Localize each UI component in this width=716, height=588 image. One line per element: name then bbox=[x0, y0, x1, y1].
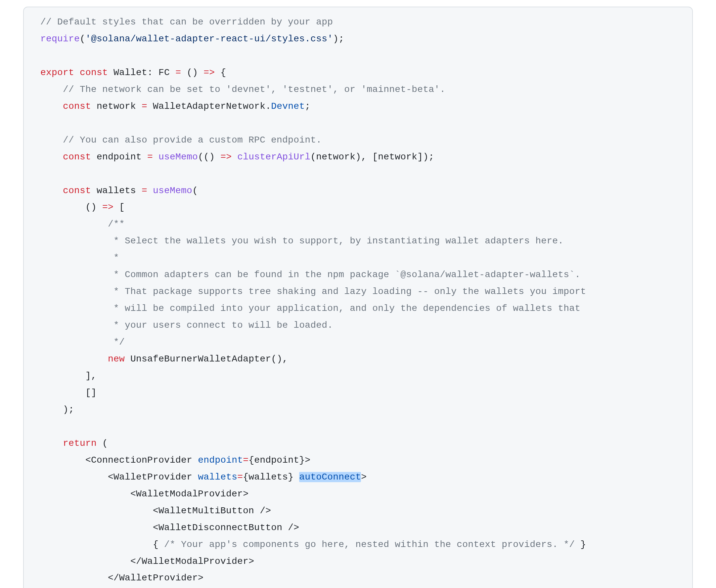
code-token: < bbox=[85, 455, 91, 465]
code-token: ( bbox=[192, 186, 198, 196]
code-token bbox=[125, 354, 130, 364]
code-token: ( bbox=[97, 438, 108, 448]
code-token: => bbox=[220, 152, 232, 162]
code-token: WalletAdapterNetwork bbox=[147, 101, 265, 111]
code-indent bbox=[40, 472, 108, 482]
code-comment: // Default styles that can be overridden… bbox=[40, 17, 333, 27]
code-indent bbox=[40, 539, 153, 550]
code-token: ( bbox=[80, 34, 85, 44]
code-keyword: const bbox=[63, 152, 91, 162]
code-indent bbox=[40, 101, 63, 111]
code-token: { bbox=[215, 67, 226, 78]
code-token: FC bbox=[153, 67, 176, 78]
code-indent bbox=[40, 489, 130, 499]
code-token: {wallets} bbox=[243, 472, 293, 482]
code-token: require bbox=[40, 34, 80, 44]
code-token: = bbox=[176, 67, 181, 78]
code-token: {endpoint} bbox=[248, 455, 305, 465]
selected-text: autoConnect bbox=[299, 472, 361, 482]
code-indent bbox=[40, 455, 85, 465]
code-comment: * bbox=[114, 253, 119, 263]
code-token: () bbox=[181, 67, 204, 78]
code-indent bbox=[40, 320, 114, 330]
code-token: wallets bbox=[91, 186, 142, 196]
code-token: UnsafeBurnerWalletAdapter bbox=[130, 354, 271, 364]
code-token: < bbox=[153, 506, 159, 516]
code-token: Wallet bbox=[108, 67, 147, 78]
code-scroll-region[interactable]: // Default styles that can be overridden… bbox=[24, 7, 692, 588]
code-keyword: const bbox=[63, 186, 91, 196]
code-token: . bbox=[265, 101, 271, 111]
code-token: ; bbox=[305, 101, 310, 111]
code-token: (), bbox=[271, 354, 288, 364]
code-block-card: // Default styles that can be overridden… bbox=[23, 7, 693, 588]
code-indent bbox=[40, 219, 108, 229]
code-token: endpoint bbox=[91, 152, 147, 162]
code-token: < bbox=[108, 472, 114, 482]
code-token bbox=[147, 186, 153, 196]
code-content[interactable]: // Default styles that can be overridden… bbox=[24, 7, 692, 588]
code-indent bbox=[40, 270, 114, 280]
code-token: /> bbox=[260, 506, 271, 516]
code-token: [] bbox=[85, 387, 97, 398]
code-token: network bbox=[91, 101, 142, 111]
code-token: = bbox=[142, 186, 147, 196]
code-token: WalletModalProvider bbox=[136, 489, 243, 499]
code-indent bbox=[40, 387, 85, 398]
code-indent bbox=[40, 303, 114, 314]
code-token: = bbox=[237, 472, 243, 482]
code-indent bbox=[40, 135, 63, 145]
code-token: WalletModalProvider bbox=[142, 556, 248, 567]
code-indent bbox=[40, 236, 114, 246]
code-indent bbox=[40, 371, 85, 381]
code-comment: /** bbox=[108, 219, 125, 229]
code-token: wallets bbox=[198, 472, 237, 482]
code-token: (() bbox=[198, 152, 220, 162]
page-container: // Default styles that can be overridden… bbox=[0, 0, 716, 588]
code-token: > bbox=[198, 573, 204, 583]
code-token: { bbox=[153, 539, 164, 550]
code-token bbox=[282, 523, 288, 533]
code-token bbox=[232, 152, 237, 162]
code-comment: // You can also provide a custom RPC end… bbox=[63, 135, 322, 145]
code-token: = bbox=[142, 101, 147, 111]
code-token: = bbox=[147, 152, 153, 162]
code-token bbox=[74, 67, 80, 78]
code-token: => bbox=[204, 67, 215, 78]
code-token: WalletDisconnectButton bbox=[159, 523, 282, 533]
code-string: '@solana/wallet-adapter-react-ui/styles.… bbox=[85, 34, 333, 44]
code-comment: * That package supports tree shaking and… bbox=[114, 287, 586, 297]
code-token: < bbox=[153, 523, 159, 533]
code-indent bbox=[40, 438, 63, 448]
code-token: WalletProvider bbox=[119, 573, 198, 583]
code-keyword: const bbox=[63, 101, 91, 111]
code-token bbox=[192, 472, 198, 482]
code-indent bbox=[40, 573, 108, 583]
code-comment: // The network can be set to 'devnet', '… bbox=[63, 84, 445, 94]
code-token: Devnet bbox=[271, 101, 305, 111]
code-token: [ bbox=[114, 202, 125, 212]
code-token: < bbox=[130, 489, 136, 499]
code-token: WalletMultiButton bbox=[159, 506, 254, 516]
code-indent bbox=[40, 523, 153, 533]
code-keyword: const bbox=[80, 67, 108, 78]
code-indent bbox=[40, 152, 63, 162]
code-token: clusterApiUrl bbox=[237, 152, 310, 162]
code-comment: */ bbox=[114, 337, 125, 347]
code-token bbox=[293, 472, 299, 482]
code-indent bbox=[40, 404, 63, 415]
code-keyword: return bbox=[63, 438, 97, 448]
code-keyword: new bbox=[108, 354, 125, 364]
code-indent bbox=[40, 287, 114, 297]
code-token: </ bbox=[130, 556, 142, 567]
code-indent bbox=[40, 84, 63, 94]
code-token: </ bbox=[108, 573, 119, 583]
code-token: ); bbox=[63, 404, 74, 415]
code-token: > bbox=[248, 556, 254, 567]
code-token: /> bbox=[288, 523, 299, 533]
code-token: () bbox=[85, 202, 102, 212]
code-token: ); bbox=[333, 34, 344, 44]
code-token bbox=[153, 152, 159, 162]
code-indent bbox=[40, 506, 153, 516]
code-indent bbox=[40, 556, 130, 567]
